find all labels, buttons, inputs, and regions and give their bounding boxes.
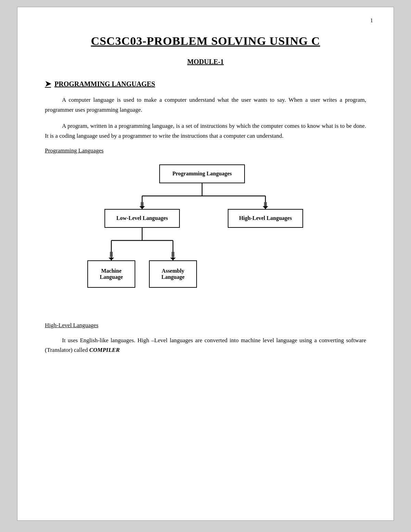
module-title: MODULE-1	[45, 58, 366, 66]
box-high-level: High-Level Languages	[228, 209, 303, 228]
arrow-symbol: ➤	[45, 79, 51, 88]
paragraph-1: A computer language is used to make a co…	[45, 95, 366, 115]
compiler-text: COMPILER	[89, 347, 120, 353]
box-assembly: AssemblyLanguage	[149, 260, 197, 288]
section-heading: ➤ PROGRAMMING LANGUAGES	[45, 79, 366, 88]
paragraph-3: It uses English-like languages. High –Le…	[45, 336, 366, 356]
high-level-section: High-Level Languages It uses English-lik…	[45, 322, 366, 356]
box-prog-lang: Programming Languages	[159, 164, 245, 183]
box-low-level: Low-Level Languages	[104, 209, 180, 228]
svg-marker-13	[109, 258, 114, 260]
prog-lang-label: Programming Languages	[45, 147, 366, 154]
box-machine: MachineLanguage	[87, 260, 135, 288]
page-number: 1	[370, 17, 373, 24]
main-title: CSC3C03-PROBLEM SOLVING USING C	[45, 35, 366, 48]
section-heading-text: PROGRAMMING LANGUAGES	[54, 80, 155, 88]
high-level-label: High-Level Languages	[45, 322, 366, 329]
paragraph-2: A program, written in a programming lang…	[45, 121, 366, 141]
svg-marker-17	[170, 258, 176, 260]
diagram-container: Programming Languages Low-Level Language…	[45, 164, 366, 308]
svg-marker-3	[139, 206, 145, 209]
diagram: Programming Languages Low-Level Language…	[77, 164, 334, 308]
svg-marker-7	[263, 206, 268, 209]
page: 1 CSC3C03-PROBLEM SOLVING USING C MODULE…	[17, 7, 394, 521]
